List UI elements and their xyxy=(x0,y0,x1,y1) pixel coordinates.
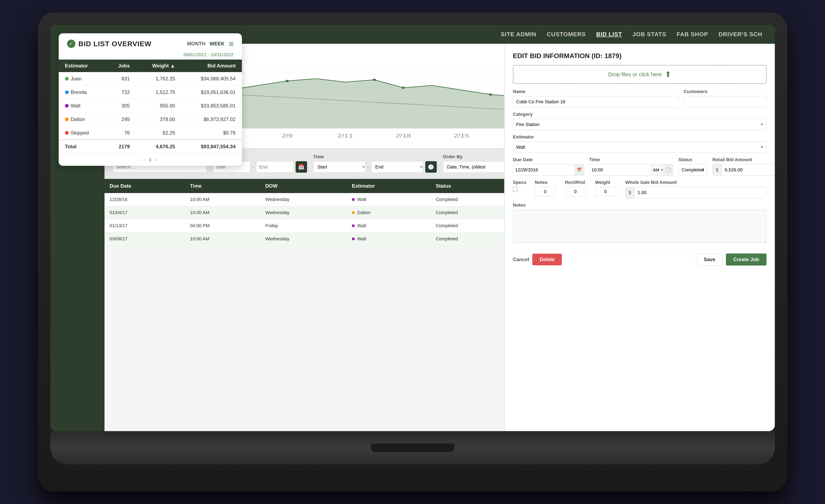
whole-sale-dollar-group: $ xyxy=(625,187,766,198)
weight-input[interactable] xyxy=(595,187,616,196)
retail-bid-dollar-group: $ xyxy=(712,164,775,175)
grid-icon[interactable]: ⊞ xyxy=(229,41,234,47)
name-label: Name xyxy=(513,89,678,94)
category-form-group: Category Fire Station xyxy=(513,112,766,130)
whole-sale-label: Whole Sale Bid Amount xyxy=(625,180,766,185)
cancel-button[interactable]: Cancel xyxy=(513,257,529,263)
estimator-name-text: Dalton xyxy=(71,117,85,122)
td-time: 10:00 AM xyxy=(185,193,260,206)
am-pm-select[interactable]: AM PM xyxy=(651,164,664,175)
time-input-group: AM PM 🕐 xyxy=(589,164,673,175)
overview-table-row[interactable]: Dalton 245 378.00 $6,973,927.02 xyxy=(59,113,242,126)
time-clock-button[interactable]: 🕐 xyxy=(425,161,437,173)
notes-textarea[interactable] xyxy=(513,210,766,243)
status-form-group: Status Completed xyxy=(678,157,707,175)
ov-estimator-cell: Skipped xyxy=(59,126,105,140)
estimator-dot xyxy=(65,104,69,108)
total-jobs: 2179 xyxy=(105,140,136,153)
next-page-btn[interactable]: › xyxy=(156,157,157,163)
ov-estimator-cell: Brenda xyxy=(59,86,105,99)
svg-text:2/15: 2/15 xyxy=(454,133,469,139)
customers-group: Customers xyxy=(684,89,766,107)
category-row: Category Fire Station xyxy=(513,112,766,130)
prev-page-btn[interactable]: ‹ xyxy=(143,157,145,163)
time-start-select[interactable]: Start xyxy=(313,161,365,173)
td-status: Completed xyxy=(431,206,512,219)
estimator-form-select[interactable]: Walt xyxy=(513,141,766,153)
estimator-name-text: Skipped xyxy=(71,130,89,136)
specs-checkbox-group: Specs xyxy=(513,180,530,198)
overview-table-row[interactable]: Brenda 722 1,512.75 $19,051,636.01 xyxy=(59,86,242,99)
retail-bid-group: Retail Bid Amount $ xyxy=(712,157,775,175)
nav-bid-list[interactable]: BID LIST xyxy=(596,31,622,38)
nav-drivers[interactable]: DRIVER'S SCH xyxy=(719,31,762,38)
week-btn[interactable]: WEEK xyxy=(210,41,225,47)
ov-bid-amount-cell: $33,853,585.01 xyxy=(181,99,242,113)
file-drop-zone[interactable]: Drop files or click here ⬆ xyxy=(513,65,766,84)
whole-sale-group: Whole Sale Bid Amount $ xyxy=(625,180,766,198)
td-estimator: Walt xyxy=(347,219,431,232)
save-button[interactable]: Save xyxy=(696,254,723,266)
overview-pagination: ‹ 1 › xyxy=(59,153,242,166)
due-date-input-group: 📅 xyxy=(513,164,584,175)
notes-field-group: Notes xyxy=(535,180,560,198)
status-form-select[interactable]: Completed xyxy=(678,164,707,175)
whole-sale-input[interactable] xyxy=(634,187,766,198)
ov-th-estimator: Estimator xyxy=(59,60,105,72)
due-date-input[interactable] xyxy=(513,164,575,175)
due-date-label: Due Date xyxy=(513,157,584,162)
calendar-button[interactable]: 📅 xyxy=(296,161,307,173)
estimator-name-text: Walt xyxy=(71,103,81,109)
ov-jobs-cell: 76 xyxy=(105,126,136,140)
retail-bid-input[interactable] xyxy=(722,164,775,175)
category-form-select[interactable]: Fire Station xyxy=(513,119,766,130)
overview-table-row[interactable]: Walt 305 955.00 $33,853,585.01 xyxy=(59,99,242,113)
overview-date-range: 06/01/2021 - 10/31/2022 xyxy=(59,52,242,60)
overview-table-row[interactable]: Juan 831 1,762.25 $34,068,405.54 xyxy=(59,72,242,86)
estimator-dot xyxy=(65,118,69,121)
ov-weight-cell: 1,762.25 xyxy=(136,72,181,86)
clock-button[interactable]: 🕐 xyxy=(664,164,673,175)
td-due-date: 01/04/17 xyxy=(104,206,185,219)
nav-site-admin[interactable]: SITE ADMIN xyxy=(501,31,536,38)
td-estimator: Walt xyxy=(347,193,431,206)
ov-jobs-cell: 245 xyxy=(105,113,136,126)
nav-fab-shop[interactable]: FAB SHOP xyxy=(677,31,708,38)
td-status: Completed xyxy=(431,193,512,206)
notes-textarea-group: Notes xyxy=(513,202,766,243)
delete-button[interactable]: Delete xyxy=(532,254,562,265)
name-customers-row: Name Customers xyxy=(513,89,766,107)
notes-number-input[interactable] xyxy=(535,187,555,196)
estimator-name-text: Brenda xyxy=(71,89,87,95)
name-input[interactable] xyxy=(513,96,678,107)
month-btn[interactable]: MONTH xyxy=(187,41,206,47)
estimator-form-group: Estimator Walt xyxy=(513,134,766,153)
create-job-button[interactable]: Create Job xyxy=(726,254,766,266)
th-dow: DOW xyxy=(260,179,347,193)
nav-job-stats[interactable]: JOB STATS xyxy=(632,31,666,38)
time-input[interactable] xyxy=(590,164,651,175)
time-filter-group: Time Start - End 🕐 xyxy=(313,154,437,173)
estimator-dot xyxy=(65,131,69,135)
overview-panel: ✓ BID LIST OVERVIEW MONTH WEEK ⊞ 06/01/2… xyxy=(59,33,242,166)
td-dow: Wednesday xyxy=(260,232,347,245)
time-end-select[interactable]: End xyxy=(371,161,423,173)
due-date-calendar-btn[interactable]: 📅 xyxy=(575,164,584,175)
overview-header-row: Estimator Jobs Weight ▲ Bid Amount xyxy=(59,60,242,72)
overview-icon: ✓ xyxy=(67,40,75,48)
ov-weight-cell: 62.25 xyxy=(136,126,181,140)
due-date-group: Due Date 📅 xyxy=(513,157,584,175)
date-end-input[interactable] xyxy=(256,161,294,173)
total-weight: 4,670.25 xyxy=(136,140,181,153)
total-amount: $93,947,554.34 xyxy=(181,140,242,153)
ov-weight-cell: 1,512.75 xyxy=(136,86,181,99)
rect-rnd-input[interactable] xyxy=(565,187,586,196)
rect-rnd-group: Rect/Rnd xyxy=(565,180,590,198)
specs-checkbox[interactable] xyxy=(513,187,518,192)
td-time: 04:00 PM xyxy=(185,219,260,232)
customers-input[interactable] xyxy=(684,96,766,107)
estimator-name-text: Juan xyxy=(71,76,82,82)
estimator-dot xyxy=(65,90,69,94)
overview-table-row[interactable]: Skipped 76 62.25 $0.76 xyxy=(59,126,242,140)
nav-customers[interactable]: CUSTOMERS xyxy=(547,31,586,38)
